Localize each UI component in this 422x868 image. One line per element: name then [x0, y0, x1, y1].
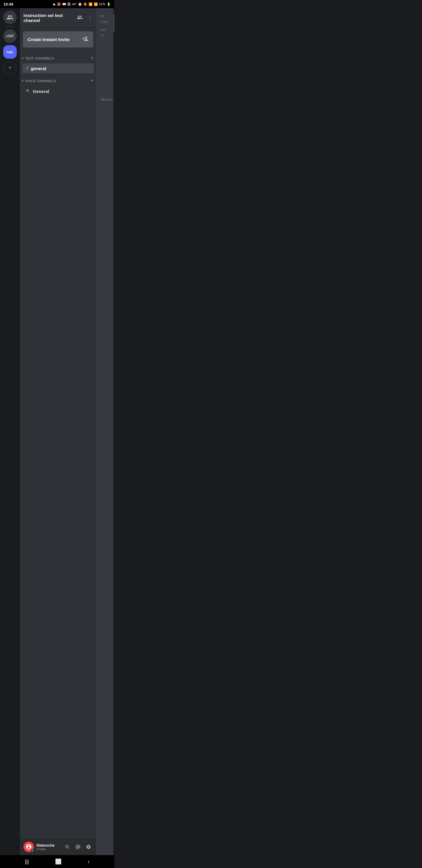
channel-general-name: general — [31, 66, 46, 71]
voice-channel-icon — [26, 88, 30, 94]
server-icon-group[interactable] — [3, 10, 17, 24]
search-button[interactable] — [63, 843, 71, 851]
user-avatar — [24, 842, 34, 852]
content-text-3: ffective! — [101, 97, 109, 103]
status-time: 10:49 — [3, 2, 13, 6]
main-content: er icon. ies in ffective! — [96, 8, 114, 855]
bible-icon: 📖 — [62, 2, 66, 6]
user-panel: Slatouche #7489 — [20, 839, 96, 855]
nba-icon: 🏀 — [57, 2, 61, 6]
nav-bar: ||| ⬜ ‹ — [0, 855, 114, 868]
channel-item-general[interactable]: # general — [22, 63, 94, 73]
channel-voice-general-name: General — [33, 89, 49, 94]
text-channels-header-left: ▼ TEXT CHANNELS — [21, 57, 54, 60]
user-name: Slatouche — [36, 843, 61, 847]
voice-channels-header-left: ▼ VOICE CHANNELS — [21, 79, 56, 83]
channel-item-voice-general[interactable]: General — [22, 86, 94, 96]
create-invite-label: Create Instant Invite — [28, 37, 69, 42]
server-istc[interactable]: istc — [3, 45, 17, 59]
channel-sidebar: instruction set test channel ⋮ Create In… — [20, 8, 96, 855]
image-icon: 🖼 — [67, 2, 71, 6]
signal-icon: 📶 — [94, 2, 98, 6]
user-status-indicator — [31, 849, 34, 852]
create-instant-invite-button[interactable]: Create Instant Invite — [23, 31, 93, 48]
header-icons: ⋮ — [77, 14, 93, 22]
battery-level: 62% — [99, 2, 105, 6]
server-divider — [5, 26, 15, 27]
text-channels-chevron: ▼ — [21, 57, 24, 60]
voice-channels-title: VOICE CHANNELS — [25, 79, 56, 83]
text-channels-header[interactable]: ▼ TEXT CHANNELS + — [20, 53, 96, 63]
app-container: c347 istc + instruction set test channel… — [0, 8, 114, 855]
text-channels-add-icon[interactable]: + — [91, 55, 94, 61]
status-icons: ▶ 🏀 📖 🖼 44° ⏰ 🔇 📶 📶 62% 🔋 — [53, 2, 111, 6]
more-options-icon[interactable]: ⋮ — [87, 15, 93, 21]
alarm-icon: ⏰ — [78, 2, 82, 6]
nav-menu-button[interactable]: ||| — [23, 856, 31, 867]
voice-channels-add-icon[interactable]: + — [91, 78, 94, 84]
content-text-2: ies in — [101, 27, 109, 38]
user-actions — [63, 843, 93, 851]
text-channels-section: ▼ TEXT CHANNELS + # general — [20, 53, 96, 73]
channel-header: instruction set test channel ⋮ — [20, 8, 96, 28]
voice-channels-header[interactable]: ▼ VOICE CHANNELS + — [20, 76, 96, 86]
members-icon[interactable] — [77, 14, 83, 22]
youtube-icon: ▶ — [53, 2, 56, 6]
voice-channels-section: ▼ VOICE CHANNELS + General — [20, 76, 96, 97]
wifi-icon: 📶 — [89, 2, 93, 6]
scrollbar[interactable] — [113, 8, 114, 855]
nav-home-button[interactable]: ⬜ — [53, 856, 64, 867]
channel-header-title: instruction set test channel — [24, 13, 77, 23]
battery-icon: 🔋 — [107, 2, 111, 6]
notification-icon: 44° — [72, 2, 77, 6]
server-c347[interactable]: c347 — [3, 29, 17, 43]
user-tag: #7489 — [36, 847, 61, 851]
nav-back-button[interactable]: ‹ — [85, 856, 92, 867]
text-channels-title: TEXT CHANNELS — [25, 57, 54, 60]
voice-channels-chevron: ▼ — [21, 79, 24, 83]
settings-button[interactable] — [85, 843, 93, 851]
main-content-area: er icon. ies in ffective! — [96, 8, 114, 107]
status-bar: 10:49 ▶ 🏀 📖 🖼 44° ⏰ 🔇 📶 📶 62% 🔋 — [0, 0, 114, 8]
server-add-button[interactable]: + — [3, 61, 17, 74]
server-sidebar: c347 istc + — [0, 8, 20, 855]
text-channel-hash-icon: # — [26, 66, 28, 71]
sidebar-spacer — [20, 97, 96, 839]
scrollbar-thumb — [113, 14, 114, 32]
content-text-1: er icon. — [101, 13, 109, 24]
mute-icon: 🔇 — [83, 2, 87, 6]
user-info: Slatouche #7489 — [36, 843, 61, 851]
add-person-icon — [82, 35, 89, 43]
mentions-button[interactable] — [74, 843, 82, 851]
